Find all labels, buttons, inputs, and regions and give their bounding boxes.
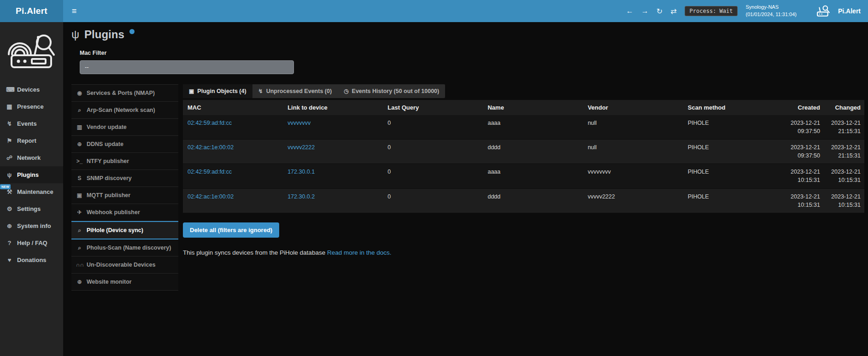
plugin-nav-label: PiHole (Device sync) xyxy=(87,227,143,233)
clock-icon: ◷ xyxy=(344,88,348,94)
plugin-nav-label: DDNS update xyxy=(87,141,123,147)
terminal-icon: >_ xyxy=(76,158,83,164)
sidebar-item-system-info[interactable]: ⊕ System info xyxy=(0,217,63,234)
plugin-nav-item-pihole-sync[interactable]: ⌕ PiHole (Device sync) xyxy=(71,221,178,239)
device-link[interactable]: 172.30.0.1 xyxy=(287,169,315,175)
column-header-name: Name xyxy=(483,100,583,115)
sidebar-item-help-faq[interactable]: ? Help / FAQ xyxy=(0,234,63,251)
plugin-nav: ◉ Services & Ports (NMAP) ⌕ Arp-Scan (Ne… xyxy=(71,84,178,291)
sidebar-item-maintenance[interactable]: NEW ⚒ Maintenance xyxy=(0,183,63,200)
sidebar-item-presence[interactable]: ▦ Presence xyxy=(0,98,63,115)
hamburger-icon[interactable]: ≡ xyxy=(63,0,85,22)
column-header-last-query: Last Query xyxy=(383,100,483,115)
sidebar-item-report[interactable]: ⚑ Report xyxy=(0,132,63,149)
vendor-cell: null xyxy=(583,140,683,164)
tab-plugin-objects[interactable]: ▣ Plugin Objects (4) xyxy=(183,84,252,98)
plugin-description-text: This plugin syncs devices from the PiHol… xyxy=(183,249,325,256)
search-icon: ⌕ xyxy=(76,227,83,233)
tab-label: Events History (50 out of 10000) xyxy=(352,88,440,94)
table-header-row: MAC Link to device Last Query Name Vendo… xyxy=(183,100,864,115)
device-link[interactable]: 172.30.0.2 xyxy=(287,193,315,200)
column-header-mac: MAC xyxy=(183,100,283,115)
column-header-created: Created xyxy=(783,100,824,115)
search-icon: ⌕ xyxy=(76,245,83,251)
docs-link[interactable]: Read more in the docs. xyxy=(327,249,392,256)
name-cell: aaaa xyxy=(483,115,583,140)
wrench-icon: ⚒ xyxy=(6,188,13,195)
mac-link[interactable]: 02:42:ac:1e:00:02 xyxy=(188,193,234,200)
table-row: 02:42:59:ad:fd:cc 172.30.0.1 0 aaaa vvvv… xyxy=(183,164,864,188)
bolt-icon: ↯ xyxy=(6,120,13,127)
plugin-nav-item-undiscoverable-devices[interactable]: ∩∩ Un-Discoverable Devices xyxy=(71,257,178,274)
sidebar-item-label: Help / FAQ xyxy=(17,239,47,246)
plugin-nav-item-nmap[interactable]: ◉ Services & Ports (NMAP) xyxy=(71,85,178,102)
sidebar-item-label: Report xyxy=(17,137,36,144)
mac-link[interactable]: 02:42:ac:1e:00:02 xyxy=(188,144,234,151)
sidebar-item-label: Network xyxy=(17,154,41,161)
scan-method-cell: PIHOLE xyxy=(683,188,783,213)
tab-events-history[interactable]: ◷ Events History (50 out of 10000) xyxy=(338,84,445,98)
vendor-cell: null xyxy=(583,115,683,140)
sidebar-item-label: Events xyxy=(17,120,37,127)
name-cell: dddd xyxy=(483,188,583,213)
vendor-cell: vvvvvvvv xyxy=(583,164,683,188)
plugin-content: ▣ Plugin Objects (4) ↯ Unprocessed Event… xyxy=(183,84,864,256)
table-row: 02:42:59:ad:fd:cc vvvvvvvv 0 aaaa null P… xyxy=(183,115,864,140)
name-cell: aaaa xyxy=(483,164,583,188)
plugin-nav-item-arp-scan[interactable]: ⌕ Arp-Scan (Network scan) xyxy=(71,102,178,119)
plugin-nav-item-ddns-update[interactable]: ⊕ DDNS update xyxy=(71,136,178,153)
refresh-icon[interactable]: ↻ xyxy=(657,7,663,16)
device-link[interactable]: vvvvvvvv xyxy=(287,120,311,126)
tab-unprocessed-events[interactable]: ↯ Unprocessed Events (0) xyxy=(252,84,338,98)
info-badge[interactable] xyxy=(129,29,135,34)
scan-method-cell: PIHOLE xyxy=(683,164,783,188)
column-header-vendor: Vendor xyxy=(583,100,683,115)
forward-arrow-icon[interactable]: → xyxy=(641,7,649,15)
mac-link[interactable]: 02:42:59:ad:fd:cc xyxy=(188,169,232,175)
sidebar-item-events[interactable]: ↯ Events xyxy=(0,115,63,132)
created-cell: 2023-12-21 09:37:50 xyxy=(783,140,824,164)
sidebar: ⌨ Devices ▦ Presence ↯ Events ⚑ Report ☍… xyxy=(0,22,63,356)
radar-icon: ◉ xyxy=(76,90,83,96)
last-query-cell: 0 xyxy=(383,188,483,213)
created-cell: 2023-12-21 09:37:50 xyxy=(783,115,824,140)
sidebar-item-settings[interactable]: ⚙ Settings xyxy=(0,200,63,217)
header-right-cluster: ← → ↻ ⇄ Process: Wait Synology-NAS (01/0… xyxy=(626,0,868,22)
plugin-nav-item-mqtt-publisher[interactable]: ▣ MQTT publisher xyxy=(71,187,178,204)
mac-filter-input[interactable] xyxy=(80,60,294,74)
last-query-cell: 0 xyxy=(383,115,483,140)
mac-filter-label: Mac Filter xyxy=(80,50,864,56)
sidebar-item-plugins[interactable]: ψ Plugins xyxy=(0,166,63,183)
device-link[interactable]: vvvvv2222 xyxy=(287,144,315,151)
back-arrow-icon[interactable]: ← xyxy=(626,7,633,15)
host-timestamp: (01/01/2024, 11:31:04) xyxy=(745,11,797,18)
sidebar-item-donations[interactable]: ♥ Donations xyxy=(0,251,63,268)
plugin-nav-item-webhook-publisher[interactable]: ✈ Webhook publisher xyxy=(71,204,178,221)
last-query-cell: 0 xyxy=(383,140,483,164)
question-icon: ? xyxy=(6,239,13,246)
plugin-nav-label: SNMP discovery xyxy=(87,175,132,181)
scan-method-cell: PIHOLE xyxy=(683,140,783,164)
plugin-nav-label: Pholus-Scan (Name discovery) xyxy=(87,245,171,251)
plugin-nav-item-pholus-scan[interactable]: ⌕ Pholus-Scan (Name discovery) xyxy=(71,239,178,257)
move-icon[interactable]: ⇄ xyxy=(670,7,676,16)
plugin-nav-label: Website monitor xyxy=(87,279,132,285)
plugin-nav-item-website-monitor[interactable]: ⊕ Website monitor xyxy=(71,274,178,291)
sidebar-item-devices[interactable]: ⌨ Devices xyxy=(0,81,63,98)
plugin-nav-item-ntfy-publisher[interactable]: >_ NTFY publisher xyxy=(71,153,178,170)
heart-icon: ♥ xyxy=(6,257,13,263)
vendor-cell: vvvvv2222 xyxy=(583,188,683,213)
delete-all-button[interactable]: Delete all (filters are ignored) xyxy=(183,222,279,238)
gear-icon: ⚙ xyxy=(6,205,13,212)
sidebar-item-network[interactable]: ☍ Network xyxy=(0,149,63,166)
pialert-mini-logo-icon xyxy=(816,5,830,18)
new-badge: NEW xyxy=(0,184,11,189)
plugin-nav-item-vendor-update[interactable]: ▥ Vendor update xyxy=(71,119,178,136)
mac-filter: Mac Filter xyxy=(80,50,864,74)
app-logo[interactable]: Pi.Alert xyxy=(0,0,63,22)
plugin-nav-item-snmp-discovery[interactable]: S SNMP discovery xyxy=(71,170,178,187)
mac-link[interactable]: 02:42:59:ad:fd:cc xyxy=(188,120,232,126)
changed-cell: 2023-12-21 21:15:31 xyxy=(824,115,864,140)
sidebar-item-label: Presence xyxy=(17,103,44,110)
tab-label: Plugin Objects (4) xyxy=(197,88,246,94)
